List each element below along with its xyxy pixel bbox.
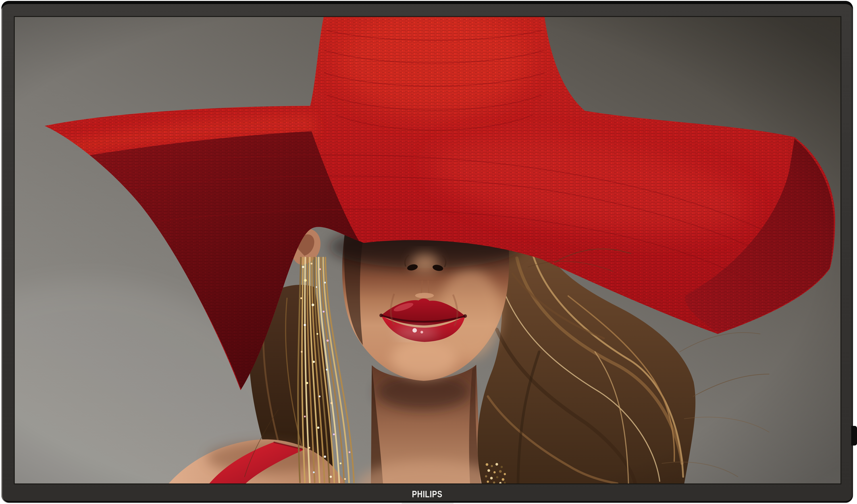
fashion-photo — [15, 17, 840, 484]
monitor-frame: PHILIPS — [1, 1, 853, 503]
photo-vignette — [15, 17, 840, 484]
product-shot: PHILIPS — [0, 0, 857, 504]
philips-wordmark: PHILIPS — [87, 489, 768, 500]
screen-panel — [14, 16, 841, 484]
power-joystick-button[interactable] — [851, 426, 857, 446]
